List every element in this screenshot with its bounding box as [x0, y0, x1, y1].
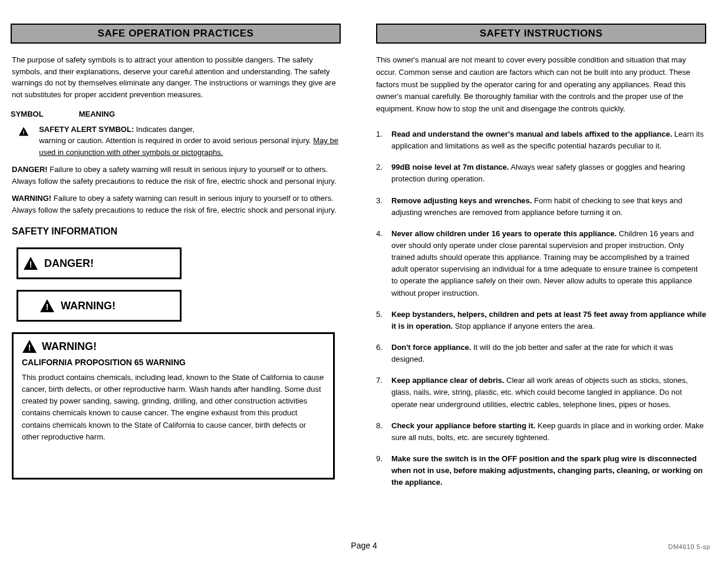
rule-number: 2. [376, 161, 391, 185]
page-footer: Page 4 [0, 541, 728, 550]
rule-bold: 99dB noise level at 7m distance. [391, 163, 509, 171]
rule-number: 5. [376, 309, 391, 332]
alert-icon: ! [19, 125, 28, 138]
alert-icon: ! [39, 299, 55, 312]
rule-number: 1. [376, 128, 391, 152]
alert-body-1: Indicates danger, [134, 125, 195, 134]
rule-6: 6. Don't force appliance. It will do the… [376, 342, 706, 365]
safety-info-header: SAFETY INFORMATION [12, 226, 341, 237]
rule-number: 3. [376, 195, 391, 219]
danger-box: ! DANGER! [17, 247, 182, 279]
rule-bold: Never allow children under 16 years to o… [391, 229, 617, 238]
left-section-header: SAFE OPERATION PRACTICES [11, 24, 341, 44]
danger-def: DANGER! Failure to obey a safety warning… [11, 164, 341, 187]
rule-number: 8. [376, 420, 391, 444]
intro-paragraph: The purpose of safety symbols is to attr… [11, 54, 341, 100]
rule-9: 9. Make sure the switch is in the OFF po… [376, 453, 706, 488]
left-column: SAFE OPERATION PRACTICES The purpose of … [11, 24, 341, 498]
rule-4: 4. Never allow children under 16 years t… [376, 228, 706, 299]
rule-number: 7. [376, 375, 391, 410]
rule-bold: Don't force appliance. [391, 343, 471, 352]
danger-body: Failure to obey a safety warning will re… [12, 165, 336, 186]
safety-alert-text: SAFETY ALERT SYMBOL: Indicates danger, w… [39, 124, 341, 158]
right-section-header: SAFETY INSTRUCTIONS [376, 24, 706, 44]
rule-1: 1. Read and understand the owner's manua… [376, 128, 706, 152]
rule-7: 7. Keep appliance clear of debris. Clear… [376, 375, 706, 410]
page-doc-code: DM4610 5-sp [668, 543, 710, 550]
alert-title: SAFETY ALERT SYMBOL: [39, 125, 134, 134]
rule-number: 9. [376, 453, 391, 488]
warning-box-body: Failure to obey a safety warning can res… [12, 194, 336, 214]
rule-rest: Children 16 years and over should only o… [391, 229, 698, 297]
prop65-header: WARNING! [42, 340, 97, 353]
prop65-subheader: CALIFORNIA PROPOSITION 65 WARNING [22, 358, 325, 367]
rule-5: 5. Keep bystanders, helpers, children an… [376, 309, 706, 332]
prop65-body: This product contains chemicals, includi… [22, 372, 325, 443]
rule-bold: Check your appliance before starting it. [391, 421, 535, 430]
symbol-meaning-row: SYMBOL MEANING [11, 108, 341, 120]
rule-2: 2. 99dB noise level at 7m distance. Alwa… [376, 161, 706, 185]
rule-bold: Read and understand the owner's manual a… [391, 130, 672, 138]
warning-box-label: WARNING! [12, 194, 51, 203]
right-intro: This owner's manual are not meant to cov… [376, 54, 706, 115]
alert-icon: ! [23, 257, 38, 270]
meaning-label: MEANING [79, 108, 115, 120]
rule-3: 3. Remove adjusting keys and wrenches. F… [376, 195, 706, 219]
rule-rest: Stop appliance if anyone enters the area… [453, 322, 595, 330]
svg-text:!: ! [29, 260, 32, 269]
rule-number: 4. [376, 228, 391, 299]
rule-number: 6. [376, 342, 391, 365]
safety-alert-block: ! SAFETY ALERT SYMBOL: Indicates danger,… [11, 124, 341, 158]
danger-box-label: DANGER! [44, 257, 94, 270]
svg-text:!: ! [46, 302, 49, 312]
rule-bold: Make sure the switch is in the OFF posit… [391, 454, 703, 487]
right-column: SAFETY INSTRUCTIONS This owner's manual … [376, 24, 706, 498]
svg-text:!: ! [28, 343, 31, 352]
alert-icon: ! [22, 340, 37, 353]
prop65-box: ! WARNING! CALIFORNIA PROPOSITION 65 WAR… [12, 332, 335, 480]
rule-bold: Remove adjusting keys and wrenches. [391, 196, 532, 205]
svg-text:!: ! [23, 128, 25, 135]
warning-def: WARNING! Failure to obey a safety warnin… [11, 193, 341, 216]
warning-narrow-box: ! WARNING! [17, 290, 182, 322]
rule-bold: Keep appliance clear of debris. [391, 376, 504, 385]
symbol-label: SYMBOL [11, 108, 44, 120]
danger-label: DANGER! [12, 165, 48, 174]
warning-narrow-label: WARNING! [61, 300, 116, 312]
alert-body-2: warning or caution. Attention is require… [39, 136, 313, 145]
rule-8: 8. Check your appliance before starting … [376, 420, 706, 444]
